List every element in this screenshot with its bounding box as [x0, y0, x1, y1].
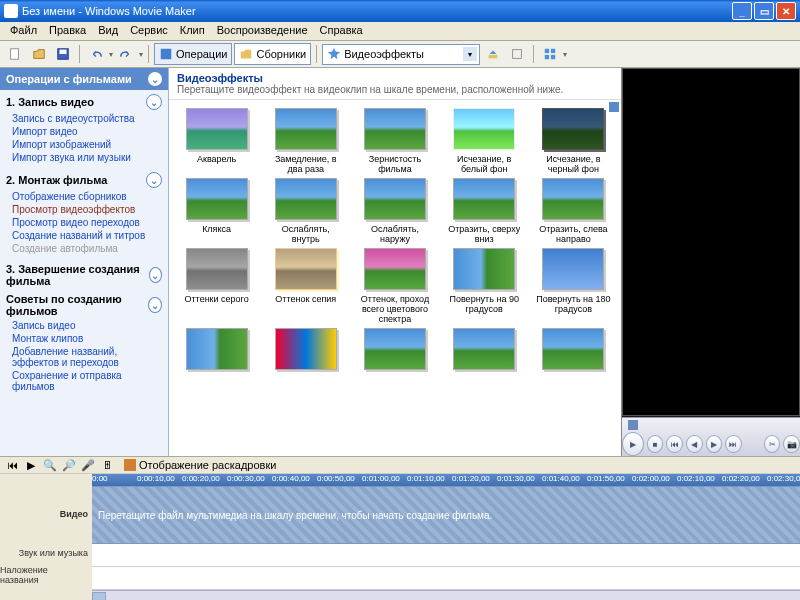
- svg-rect-5: [513, 50, 522, 59]
- menu-file[interactable]: Файл: [4, 22, 43, 40]
- effect-item[interactable]: [356, 328, 434, 394]
- effect-item[interactable]: Ослаблять, наружу: [356, 178, 434, 244]
- task-link[interactable]: Импорт видео: [12, 125, 164, 138]
- effect-thumbnail: [453, 328, 515, 370]
- collections-button[interactable]: Сборники: [234, 43, 311, 65]
- effect-item[interactable]: Исчезание, в черный фон: [534, 108, 612, 174]
- next-button[interactable]: ⏭: [725, 435, 742, 453]
- effect-item[interactable]: Отразить, сверху вниз: [445, 178, 523, 244]
- menu-help[interactable]: Справка: [314, 22, 369, 40]
- tl-levels-button[interactable]: 🎚: [99, 457, 115, 473]
- section-edit[interactable]: 2. Монтаж фильма⌄: [0, 168, 168, 190]
- effect-item[interactable]: Повернуть на 180 градусов: [534, 248, 612, 324]
- task-link[interactable]: Сохранение и отправка фильмов: [12, 369, 164, 393]
- task-link[interactable]: Запись видео: [12, 319, 164, 332]
- effect-thumbnail: [186, 328, 248, 370]
- redo-button[interactable]: [115, 43, 137, 65]
- task-link[interactable]: Импорт изображений: [12, 138, 164, 151]
- timeline-scrollbar[interactable]: [92, 590, 800, 600]
- open-button[interactable]: [28, 43, 50, 65]
- effect-label: Акварель: [197, 154, 236, 174]
- snapshot-button[interactable]: 📷: [783, 435, 800, 453]
- menu-play[interactable]: Воспроизведение: [211, 22, 314, 40]
- rewind-button[interactable]: ◀: [686, 435, 703, 453]
- effect-item[interactable]: Акварель: [178, 108, 256, 174]
- tl-zoom-out-button[interactable]: 🔎: [61, 457, 77, 473]
- timeline-ruler[interactable]: 0:000:00:10,000:00:20,000:00:30,000:00:4…: [92, 474, 800, 486]
- effect-item[interactable]: [534, 328, 612, 394]
- effect-item[interactable]: Ослаблять, внутрь: [267, 178, 345, 244]
- task-link[interactable]: Отображение сборников: [12, 190, 164, 203]
- effect-item[interactable]: Исчезание, в белый фон: [445, 108, 523, 174]
- effect-item[interactable]: Оттенок, проход всего цветового спектра: [356, 248, 434, 324]
- timeline: ⏮ ▶ 🔍 🔎 🎤 🎚 Отображение раскадровки Виде…: [0, 456, 800, 600]
- forward-button[interactable]: ▶: [706, 435, 723, 453]
- chevron-down-icon: ⌄: [149, 267, 162, 283]
- prev-button[interactable]: ⏮: [666, 435, 683, 453]
- close-button[interactable]: ✕: [776, 2, 796, 20]
- task-link[interactable]: Добавление названий, эффектов и переходо…: [12, 345, 164, 369]
- task-link[interactable]: Импорт звука или музыки: [12, 151, 164, 164]
- task-link[interactable]: Создание автофильма: [12, 242, 164, 255]
- tl-zoom-in-button[interactable]: 🔍: [42, 457, 58, 473]
- minimize-button[interactable]: _: [732, 2, 752, 20]
- title-track[interactable]: [92, 567, 800, 590]
- menu-edit[interactable]: Правка: [43, 22, 92, 40]
- effect-item[interactable]: Замедление, в два раза: [267, 108, 345, 174]
- effect-item[interactable]: Отразить, слева направо: [534, 178, 612, 244]
- play-button[interactable]: ▶: [622, 432, 644, 456]
- seek-icon[interactable]: [628, 420, 638, 430]
- effect-thumbnail: [275, 248, 337, 290]
- section-finish[interactable]: 3. Завершение создания фильма⌄: [0, 259, 168, 289]
- chevron-down-icon: ⌄: [146, 172, 162, 188]
- video-track[interactable]: Перетащите файл мультимедиа на шкалу вре…: [92, 486, 800, 544]
- view-button[interactable]: [539, 43, 561, 65]
- task-pane: Операции с фильмами ⌄ 1. Запись видео⌄ З…: [0, 68, 169, 456]
- split-button[interactable]: ✂: [764, 435, 781, 453]
- effect-thumbnail: [542, 248, 604, 290]
- tl-rewind-button[interactable]: ⏮: [4, 457, 20, 473]
- effect-thumbnail: [186, 248, 248, 290]
- effects-gallery[interactable]: АкварельЗамедление, в два разаЗернистост…: [169, 100, 621, 456]
- up-button[interactable]: [482, 43, 504, 65]
- effect-label: Клякса: [202, 224, 231, 244]
- task-link[interactable]: Монтаж клипов: [12, 332, 164, 345]
- maximize-button[interactable]: ▭: [754, 2, 774, 20]
- stop-button[interactable]: ■: [647, 435, 664, 453]
- effect-item[interactable]: Повернуть на 90 градусов: [445, 248, 523, 324]
- show-storyboard-button[interactable]: Отображение раскадровки: [124, 459, 276, 471]
- timeline-toolbar: ⏮ ▶ 🔍 🔎 🎤 🎚 Отображение раскадровки: [0, 457, 800, 474]
- chevron-down-icon: ▾: [463, 47, 477, 61]
- effect-item[interactable]: [267, 328, 345, 394]
- scroll-up-icon[interactable]: [609, 102, 619, 112]
- menu-clip[interactable]: Клип: [174, 22, 211, 40]
- tasks-button[interactable]: Операции: [154, 43, 232, 65]
- effect-item[interactable]: [178, 328, 256, 394]
- section-tips[interactable]: Советы по созданию фильмов⌄: [0, 289, 168, 319]
- section-capture[interactable]: 1. Запись видео⌄: [0, 90, 168, 112]
- undo-button[interactable]: [85, 43, 107, 65]
- task-link[interactable]: Просмотр видео переходов: [12, 216, 164, 229]
- effect-label: Исчезание, в белый фон: [445, 154, 523, 174]
- properties-button[interactable]: [506, 43, 528, 65]
- effect-thumbnail: [275, 178, 337, 220]
- new-button[interactable]: [4, 43, 26, 65]
- menu-view[interactable]: Вид: [92, 22, 124, 40]
- menu-tools[interactable]: Сервис: [124, 22, 174, 40]
- tl-play-button[interactable]: ▶: [23, 457, 39, 473]
- effect-item[interactable]: Зернистость фильма: [356, 108, 434, 174]
- effect-item[interactable]: Клякса: [178, 178, 256, 244]
- task-link[interactable]: Запись с видеоустройства: [12, 112, 164, 125]
- tl-narrate-button[interactable]: 🎤: [80, 457, 96, 473]
- audio-track[interactable]: [92, 544, 800, 567]
- effect-item[interactable]: Оттенок сепия: [267, 248, 345, 324]
- task-link[interactable]: Создание названий и титров: [12, 229, 164, 242]
- effect-label: Оттенок сепия: [275, 294, 336, 314]
- task-link[interactable]: Просмотр видеоэффектов: [12, 203, 164, 216]
- effect-item[interactable]: [445, 328, 523, 394]
- collection-combo[interactable]: Видеоэффекты ▾: [322, 44, 480, 65]
- save-button[interactable]: [52, 43, 74, 65]
- collapse-icon[interactable]: ⌄: [148, 72, 162, 86]
- effect-thumbnail: [364, 248, 426, 290]
- effect-item[interactable]: Оттенки серого: [178, 248, 256, 324]
